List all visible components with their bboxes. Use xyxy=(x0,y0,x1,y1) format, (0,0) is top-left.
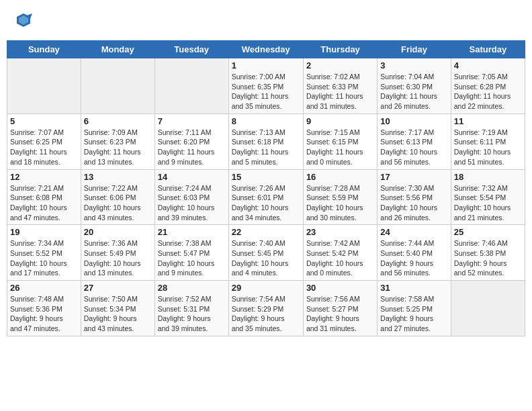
day-info: Sunrise: 7:56 AM Sunset: 5:27 PM Dayligh… xyxy=(306,294,374,334)
day-number: 16 xyxy=(306,172,374,182)
day-number: 19 xyxy=(10,227,78,237)
day-info: Sunrise: 7:40 AM Sunset: 5:45 PM Dayligh… xyxy=(232,238,300,278)
calendar-cell: 17Sunrise: 7:30 AM Sunset: 5:56 PM Dayli… xyxy=(378,169,451,225)
day-number: 5 xyxy=(10,116,78,126)
calendar-cell: 13Sunrise: 7:22 AM Sunset: 6:06 PM Dayli… xyxy=(81,169,154,225)
day-info: Sunrise: 7:22 AM Sunset: 6:06 PM Dayligh… xyxy=(84,183,152,223)
calendar-cell: 14Sunrise: 7:24 AM Sunset: 6:03 PM Dayli… xyxy=(154,169,228,225)
calendar-cell: 5Sunrise: 7:07 AM Sunset: 6:25 PM Daylig… xyxy=(7,113,81,169)
calendar-cell xyxy=(451,281,525,336)
day-number: 26 xyxy=(10,283,78,293)
calendar-cell xyxy=(81,58,154,114)
day-info: Sunrise: 7:19 AM Sunset: 6:11 PM Dayligh… xyxy=(454,128,522,167)
weekday-header-wednesday: Wednesday xyxy=(228,41,303,58)
calendar-cell: 15Sunrise: 7:26 AM Sunset: 6:01 PM Dayli… xyxy=(228,169,303,225)
calendar-week-row: 5Sunrise: 7:07 AM Sunset: 6:25 PM Daylig… xyxy=(7,113,525,169)
calendar-cell: 4Sunrise: 7:05 AM Sunset: 6:28 PM Daylig… xyxy=(451,58,525,114)
calendar-cell: 29Sunrise: 7:54 AM Sunset: 5:29 PM Dayli… xyxy=(228,281,303,336)
calendar-cell: 2Sunrise: 7:02 AM Sunset: 6:33 PM Daylig… xyxy=(303,58,377,114)
calendar-cell: 23Sunrise: 7:42 AM Sunset: 5:42 PM Dayli… xyxy=(303,225,377,281)
calendar-cell: 24Sunrise: 7:44 AM Sunset: 5:40 PM Dayli… xyxy=(378,225,451,281)
calendar-cell: 21Sunrise: 7:38 AM Sunset: 5:47 PM Dayli… xyxy=(154,225,228,281)
day-info: Sunrise: 7:11 AM Sunset: 6:20 PM Dayligh… xyxy=(158,128,226,167)
day-info: Sunrise: 7:00 AM Sunset: 6:35 PM Dayligh… xyxy=(232,72,300,111)
day-info: Sunrise: 7:17 AM Sunset: 6:13 PM Dayligh… xyxy=(380,128,447,167)
day-info: Sunrise: 7:38 AM Sunset: 5:47 PM Dayligh… xyxy=(158,238,226,278)
weekday-header-monday: Monday xyxy=(81,41,154,58)
calendar-cell: 7Sunrise: 7:11 AM Sunset: 6:20 PM Daylig… xyxy=(154,113,228,169)
weekday-header-row: SundayMondayTuesdayWednesdayThursdayFrid… xyxy=(7,41,525,58)
calendar-cell: 22Sunrise: 7:40 AM Sunset: 5:45 PM Dayli… xyxy=(228,225,303,281)
weekday-header-sunday: Sunday xyxy=(7,41,81,58)
day-number: 1 xyxy=(232,60,300,71)
day-number: 4 xyxy=(454,60,522,71)
day-number: 2 xyxy=(306,60,374,71)
calendar-cell: 27Sunrise: 7:50 AM Sunset: 5:34 PM Dayli… xyxy=(81,281,154,336)
day-number: 21 xyxy=(158,227,226,237)
calendar-week-row: 26Sunrise: 7:48 AM Sunset: 5:36 PM Dayli… xyxy=(7,281,525,336)
day-number: 24 xyxy=(380,227,447,237)
day-number: 14 xyxy=(158,172,226,182)
day-number: 23 xyxy=(306,227,374,237)
day-number: 15 xyxy=(232,172,300,182)
calendar-cell: 3Sunrise: 7:04 AM Sunset: 6:30 PM Daylig… xyxy=(378,58,451,114)
weekday-header-tuesday: Tuesday xyxy=(154,41,228,58)
day-number: 13 xyxy=(84,172,152,182)
calendar-cell: 8Sunrise: 7:13 AM Sunset: 6:18 PM Daylig… xyxy=(228,113,303,169)
day-number: 18 xyxy=(454,172,522,182)
calendar-cell: 18Sunrise: 7:32 AM Sunset: 5:54 PM Dayli… xyxy=(451,169,525,225)
day-number: 29 xyxy=(232,283,300,293)
day-number: 7 xyxy=(158,116,226,126)
day-info: Sunrise: 7:24 AM Sunset: 6:03 PM Dayligh… xyxy=(158,183,226,223)
page-header xyxy=(7,7,525,34)
day-number: 11 xyxy=(454,116,522,126)
calendar-cell: 12Sunrise: 7:21 AM Sunset: 6:08 PM Dayli… xyxy=(7,169,81,225)
day-number: 12 xyxy=(10,172,78,182)
day-info: Sunrise: 7:28 AM Sunset: 5:59 PM Dayligh… xyxy=(306,183,374,223)
day-info: Sunrise: 7:44 AM Sunset: 5:40 PM Dayligh… xyxy=(380,238,447,278)
day-info: Sunrise: 7:50 AM Sunset: 5:34 PM Dayligh… xyxy=(84,294,152,334)
day-number: 22 xyxy=(232,227,300,237)
calendar-table: SundayMondayTuesdayWednesdayThursdayFrid… xyxy=(7,40,525,336)
calendar-cell: 6Sunrise: 7:09 AM Sunset: 6:23 PM Daylig… xyxy=(81,113,154,169)
day-info: Sunrise: 7:13 AM Sunset: 6:18 PM Dayligh… xyxy=(232,128,300,167)
calendar-cell: 9Sunrise: 7:15 AM Sunset: 6:15 PM Daylig… xyxy=(303,113,377,169)
calendar-cell: 16Sunrise: 7:28 AM Sunset: 5:59 PM Dayli… xyxy=(303,169,377,225)
day-number: 20 xyxy=(84,227,152,237)
weekday-header-saturday: Saturday xyxy=(451,41,525,58)
day-info: Sunrise: 7:58 AM Sunset: 5:25 PM Dayligh… xyxy=(380,294,447,334)
day-number: 25 xyxy=(454,227,522,237)
day-info: Sunrise: 7:30 AM Sunset: 5:56 PM Dayligh… xyxy=(380,183,447,223)
calendar-week-row: 1Sunrise: 7:00 AM Sunset: 6:35 PM Daylig… xyxy=(7,58,525,114)
day-info: Sunrise: 7:46 AM Sunset: 5:38 PM Dayligh… xyxy=(454,238,522,278)
day-number: 6 xyxy=(84,116,152,126)
day-info: Sunrise: 7:26 AM Sunset: 6:01 PM Dayligh… xyxy=(232,183,300,223)
day-number: 31 xyxy=(380,283,447,293)
day-info: Sunrise: 7:32 AM Sunset: 5:54 PM Dayligh… xyxy=(454,183,522,223)
day-number: 27 xyxy=(84,283,152,293)
day-info: Sunrise: 7:42 AM Sunset: 5:42 PM Dayligh… xyxy=(306,238,374,278)
calendar-week-row: 12Sunrise: 7:21 AM Sunset: 6:08 PM Dayli… xyxy=(7,169,525,225)
day-number: 3 xyxy=(380,60,447,71)
day-number: 8 xyxy=(232,116,300,126)
day-info: Sunrise: 7:21 AM Sunset: 6:08 PM Dayligh… xyxy=(10,183,78,223)
logo-icon xyxy=(13,10,34,30)
calendar-cell: 25Sunrise: 7:46 AM Sunset: 5:38 PM Dayli… xyxy=(451,225,525,281)
day-info: Sunrise: 7:54 AM Sunset: 5:29 PM Dayligh… xyxy=(232,294,300,334)
weekday-header-thursday: Thursday xyxy=(303,41,377,58)
day-info: Sunrise: 7:15 AM Sunset: 6:15 PM Dayligh… xyxy=(306,128,374,167)
calendar-cell: 10Sunrise: 7:17 AM Sunset: 6:13 PM Dayli… xyxy=(378,113,451,169)
day-info: Sunrise: 7:48 AM Sunset: 5:36 PM Dayligh… xyxy=(10,294,78,334)
calendar-cell xyxy=(7,58,81,114)
day-info: Sunrise: 7:34 AM Sunset: 5:52 PM Dayligh… xyxy=(10,238,78,278)
calendar-cell: 1Sunrise: 7:00 AM Sunset: 6:35 PM Daylig… xyxy=(228,58,303,114)
day-number: 28 xyxy=(158,283,226,293)
day-number: 30 xyxy=(306,283,374,293)
calendar-week-row: 19Sunrise: 7:34 AM Sunset: 5:52 PM Dayli… xyxy=(7,225,525,281)
day-info: Sunrise: 7:09 AM Sunset: 6:23 PM Dayligh… xyxy=(84,128,152,167)
day-number: 9 xyxy=(306,116,374,126)
calendar-cell: 31Sunrise: 7:58 AM Sunset: 5:25 PM Dayli… xyxy=(378,281,451,336)
calendar-cell: 26Sunrise: 7:48 AM Sunset: 5:36 PM Dayli… xyxy=(7,281,81,336)
calendar-cell: 30Sunrise: 7:56 AM Sunset: 5:27 PM Dayli… xyxy=(303,281,377,336)
day-info: Sunrise: 7:02 AM Sunset: 6:33 PM Dayligh… xyxy=(306,72,374,111)
